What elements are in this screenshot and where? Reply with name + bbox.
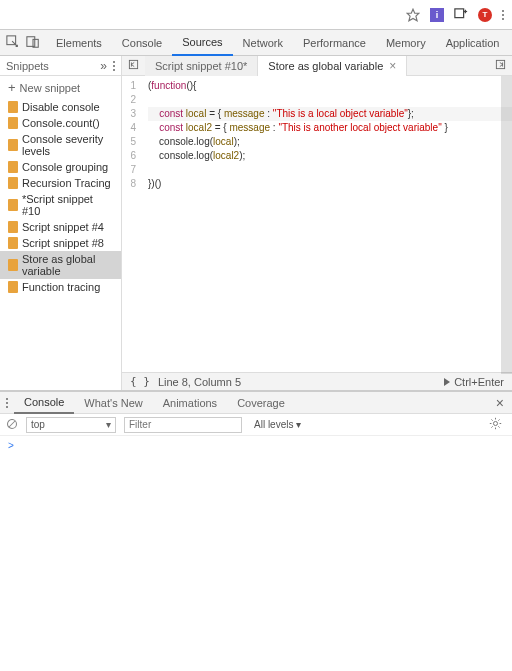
svg-line-10 — [9, 421, 15, 427]
snippet-file-icon — [8, 101, 18, 113]
log-levels-selector[interactable]: All levels ▾ — [250, 419, 305, 430]
line-number: 6 — [122, 149, 136, 163]
inspect-element-icon[interactable] — [6, 35, 20, 51]
editor-history-icon[interactable] — [122, 59, 145, 72]
svg-rect-1 — [455, 8, 464, 17]
editor-status-bar: { } Line 8, Column 5 Ctrl+Enter — [122, 372, 512, 390]
code-line[interactable]: (function(){ — [148, 79, 512, 93]
drawer-tab-coverage[interactable]: Coverage — [227, 392, 295, 414]
scrollbar-vertical[interactable] — [501, 76, 512, 374]
snippet-item[interactable]: Script snippet #4 — [0, 219, 121, 235]
devtools-tab-application[interactable]: Application — [436, 30, 510, 56]
editor-tab[interactable]: Store as global variable× — [258, 56, 407, 76]
code-line[interactable]: const local2 = { message : "This is anot… — [148, 121, 512, 135]
devtools-tab-sources[interactable]: Sources — [172, 30, 232, 56]
devtools-tab-memory[interactable]: Memory — [376, 30, 436, 56]
line-number: 1 — [122, 79, 136, 93]
console-output[interactable]: > — [0, 436, 512, 666]
code-editor[interactable]: 12345678 (function(){ const local = { me… — [122, 76, 512, 372]
play-icon — [444, 378, 450, 386]
device-toggle-icon[interactable] — [26, 35, 40, 51]
line-number: 2 — [122, 93, 136, 107]
snippet-label: Disable console — [22, 101, 100, 113]
drawer-tabs: ConsoleWhat's NewAnimationsCoverage × — [0, 392, 512, 414]
svg-rect-8 — [496, 60, 504, 68]
context-label: top — [31, 419, 45, 430]
snippet-item[interactable]: Disable console — [0, 99, 121, 115]
run-snippet-button[interactable]: Ctrl+Enter — [444, 376, 504, 388]
svg-rect-5 — [27, 36, 35, 46]
execution-context-selector[interactable]: top — [26, 417, 116, 433]
devtools-tabs: ElementsConsoleSourcesNetworkPerformance… — [46, 30, 512, 56]
code-line[interactable]: const local = { message : "This is a loc… — [148, 107, 512, 121]
new-snippet-button[interactable]: + New snippet — [0, 76, 121, 99]
extension-add-icon[interactable] — [454, 8, 468, 22]
sources-panel: Snippets » + New snippet Disable console… — [0, 56, 512, 390]
close-drawer-icon[interactable]: × — [488, 395, 512, 411]
snippet-item[interactable]: Console severity levels — [0, 131, 121, 159]
snippet-file-icon — [8, 177, 18, 189]
drawer-tab-what-s-new[interactable]: What's New — [74, 392, 152, 414]
snippet-item[interactable]: Store as global variable — [0, 251, 121, 279]
navigator-sidebar: Snippets » + New snippet Disable console… — [0, 56, 122, 390]
snippet-file-icon — [8, 221, 18, 233]
snippet-item[interactable]: Script snippet #8 — [0, 235, 121, 251]
extension-badge-icon[interactable]: T — [478, 8, 492, 22]
console-filter-input[interactable] — [124, 417, 242, 433]
snippet-file-icon — [8, 259, 18, 271]
snippet-label: Store as global variable — [22, 253, 113, 277]
drawer-tab-animations[interactable]: Animations — [153, 392, 227, 414]
code-line[interactable]: })() — [148, 177, 512, 191]
code-line[interactable] — [148, 163, 512, 177]
snippet-file-icon — [8, 281, 18, 293]
devtools-tab-console[interactable]: Console — [112, 30, 172, 56]
snippets-tab-label[interactable]: Snippets — [6, 60, 49, 72]
line-number: 5 — [122, 135, 136, 149]
snippet-item[interactable]: Function tracing — [0, 279, 121, 295]
svg-rect-7 — [129, 60, 137, 68]
close-tab-icon[interactable]: × — [389, 59, 396, 73]
snippet-item[interactable]: Console.count() — [0, 115, 121, 131]
inspect-group — [0, 35, 46, 51]
snippet-label: Recursion Tracing — [22, 177, 111, 189]
snippet-label: Script snippet #4 — [22, 221, 104, 233]
devtools-tab-performance[interactable]: Performance — [293, 30, 376, 56]
navigator-more-icon[interactable]: » — [100, 59, 107, 73]
snippet-label: *Script snippet #10 — [22, 193, 113, 217]
snippet-item[interactable]: Console grouping — [0, 159, 121, 175]
snippet-item[interactable]: Recursion Tracing — [0, 175, 121, 191]
svg-marker-0 — [407, 9, 419, 21]
code-body[interactable]: (function(){ const local = { message : "… — [140, 76, 512, 372]
editor-tabs: Script snippet #10*Store as global varia… — [122, 56, 512, 76]
line-number: 8 — [122, 177, 136, 191]
snippet-list: Disable consoleConsole.count()Console se… — [0, 99, 121, 390]
snippet-file-icon — [8, 199, 18, 211]
extension-info-icon[interactable]: i — [430, 8, 444, 22]
drawer-menu-icon[interactable] — [0, 398, 14, 408]
snippet-label: Script snippet #8 — [22, 237, 104, 249]
console-settings-icon[interactable] — [485, 417, 506, 432]
browser-bar: i T — [0, 0, 512, 30]
snippet-file-icon — [8, 161, 18, 173]
editor-tab[interactable]: Script snippet #10* — [145, 56, 258, 76]
snippet-item[interactable]: *Script snippet #10 — [0, 191, 121, 219]
bookmark-star-icon[interactable] — [406, 8, 420, 22]
devtools-tab-elements[interactable]: Elements — [46, 30, 112, 56]
drawer-tab-console[interactable]: Console — [14, 392, 74, 414]
devtools-toolbar: ElementsConsoleSourcesNetworkPerformance… — [0, 30, 512, 56]
new-snippet-label: New snippet — [20, 82, 81, 94]
snippet-label: Function tracing — [22, 281, 100, 293]
navigator-menu-icon[interactable] — [113, 61, 115, 71]
code-line[interactable]: console.log(local2); — [148, 149, 512, 163]
devtools-tab-network[interactable]: Network — [233, 30, 293, 56]
snippet-label: Console.count() — [22, 117, 100, 129]
editor-tab-label: Store as global variable — [268, 60, 383, 72]
pretty-print-icon[interactable]: { } — [130, 375, 150, 388]
clear-console-icon[interactable] — [6, 418, 18, 432]
plus-icon: + — [8, 80, 16, 95]
code-line[interactable] — [148, 93, 512, 107]
editor-more-icon[interactable] — [489, 59, 512, 72]
code-line[interactable]: console.log(local); — [148, 135, 512, 149]
line-number: 7 — [122, 163, 136, 177]
browser-menu-icon[interactable] — [502, 10, 504, 20]
